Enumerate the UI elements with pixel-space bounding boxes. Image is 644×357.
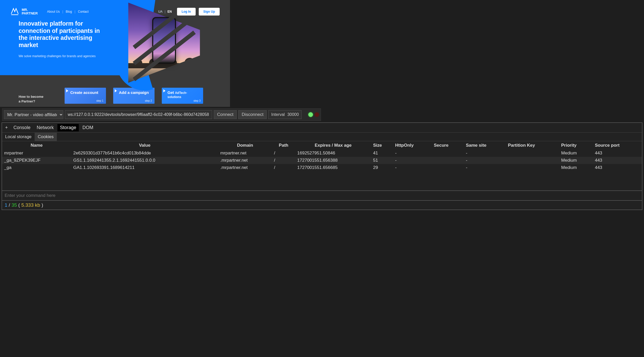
col-samesite[interactable]: Same site — [464, 141, 506, 150]
nav-sep: | — [74, 10, 75, 13]
auth-buttons: Log In Sign Up — [177, 8, 220, 16]
interval-box: Interval 30000 — [268, 110, 302, 119]
hero-subline: We solve marketing challenges for brands… — [19, 54, 104, 58]
nav-links: About Us | Blog | Contact — [47, 10, 89, 13]
step-number: step 1 — [70, 99, 103, 102]
cell-name: _ga — [2, 164, 71, 171]
step-number: step 2 — [119, 99, 152, 102]
tab-storage[interactable]: Storage — [57, 124, 79, 131]
lang-switch: UA | EN — [158, 10, 172, 13]
ws-url-input[interactable] — [65, 110, 212, 119]
logo-icon — [10, 7, 19, 16]
status-current: 1 — [5, 202, 7, 208]
cell-httponly: - — [393, 164, 432, 171]
tab-dom[interactable]: DOM — [80, 124, 96, 131]
col-domain[interactable]: Domain — [218, 141, 272, 150]
col-expires[interactable]: Expires / Max age — [295, 141, 371, 150]
cell-expires: 1727001551.656388 — [295, 157, 371, 164]
col-name[interactable]: Name — [2, 141, 71, 150]
devtools: Mr. Partner - video affiliate n Connect … — [0, 108, 644, 210]
lang-ua[interactable]: UA — [158, 10, 163, 13]
nav-sep: | — [62, 10, 63, 13]
cell-name: mrpartner — [2, 150, 71, 157]
login-button[interactable]: Log In — [177, 8, 196, 16]
cell-name: _ga_9ZPEK39EJF — [2, 157, 71, 164]
status-size: 5.333 kb — [21, 202, 40, 208]
cell-partition — [506, 150, 559, 157]
step-title: Add a campaign — [119, 90, 152, 95]
table-row[interactable]: mrpartner2e6293301d377b541b6c4cd013b84dd… — [2, 150, 642, 157]
subtab-local-storage[interactable]: Local storage — [2, 133, 35, 141]
cell-domain: .mrpartner.net — [218, 157, 272, 164]
col-priority[interactable]: Priority — [559, 141, 593, 150]
steps-label-l2: a Partner? — [19, 99, 57, 104]
play-icon — [66, 89, 68, 92]
cell-priority: Medium — [559, 164, 593, 171]
cell-domain: .mrpartner.net — [218, 164, 272, 171]
add-tab[interactable]: + — [3, 125, 10, 130]
site-header: MR. PARTNER About Us | Blog | Contact UA… — [0, 0, 230, 16]
cell-secure — [432, 157, 464, 164]
cell-expires: 1692527951.50846 — [295, 150, 371, 157]
lang-sep: | — [165, 10, 165, 13]
col-value[interactable]: Value — [71, 141, 218, 150]
command-input[interactable] — [2, 190, 642, 201]
logo-line1: MR. — [22, 8, 38, 12]
signup-button[interactable]: Sign Up — [199, 8, 220, 16]
col-path[interactable]: Path — [272, 141, 295, 150]
nav-about[interactable]: About Us — [47, 10, 60, 13]
step-card-1[interactable]: Create account step 1 — [65, 88, 106, 104]
cell-value: GA1.1.102693391.1689614211 — [71, 164, 218, 171]
panel: + Console Network Storage DOM Local stor… — [2, 122, 642, 210]
table-row[interactable]: _ga_9ZPEK39EJFGS1.1.1692441355.2.1.16924… — [2, 157, 642, 164]
cookies-table-wrap[interactable]: Name Value Domain Path Expires / Max age… — [2, 141, 642, 190]
steps-label: How to become a Partner? — [19, 94, 57, 104]
cell-port: 443 — [593, 157, 642, 164]
status-total: 35 — [11, 202, 17, 208]
target-select[interactable]: Mr. Partner - video affiliate n — [4, 110, 63, 119]
cell-secure — [432, 150, 464, 157]
hero-headline: Innovative platform for connection of pa… — [19, 20, 104, 49]
subtab-cookies[interactable]: Cookies — [35, 133, 57, 141]
cell-value: GS1.1.1692441355.2.1.1692441551.0.0.0 — [71, 157, 218, 164]
cell-path: / — [272, 157, 295, 164]
col-partition[interactable]: Partition Key — [506, 141, 559, 150]
disconnect-button[interactable]: Disconnect — [238, 110, 267, 119]
hero-text: Innovative platform for connection of pa… — [19, 20, 104, 58]
col-port[interactable]: Source port — [593, 141, 642, 150]
status-open: ( — [18, 202, 20, 208]
play-icon — [115, 89, 117, 92]
cell-expires: 1727001551.656685 — [295, 164, 371, 171]
steps-label-l1: How to become — [19, 94, 57, 99]
cell-samesite: - — [464, 164, 506, 171]
connect-button[interactable]: Connect — [214, 110, 237, 119]
cell-partition — [506, 157, 559, 164]
cell-path: / — [272, 164, 295, 171]
table-header-row: Name Value Domain Path Expires / Max age… — [2, 141, 642, 150]
logo[interactable]: MR. PARTNER — [10, 7, 38, 16]
col-size[interactable]: Size — [371, 141, 393, 150]
cell-httponly: - — [393, 157, 432, 164]
col-secure[interactable]: Secure — [432, 141, 464, 150]
step-card-3[interactable]: Get AdTech-solutions step 3 — [162, 88, 203, 104]
cell-samesite: - — [464, 150, 506, 157]
connection-bar: Mr. Partner - video affiliate n Connect … — [2, 108, 321, 121]
cell-size: 51 — [371, 157, 393, 164]
logo-line2: PARTNER — [22, 12, 38, 15]
table-row[interactable]: _gaGA1.1.102693391.1689614211.mrpartner.… — [2, 164, 642, 171]
storage-subtabs: Local storage Cookies — [2, 133, 642, 141]
cell-value: 2e6293301d377b541b6c4cd013b84dde — [71, 150, 218, 157]
col-httponly[interactable]: HttpOnly — [393, 141, 432, 150]
nav-contact[interactable]: Contact — [78, 10, 89, 13]
cell-partition — [506, 164, 559, 171]
lang-en[interactable]: EN — [167, 10, 172, 13]
status-slash: / — [9, 202, 12, 208]
step-title: Create account — [70, 90, 103, 95]
cell-priority: Medium — [559, 150, 593, 157]
tab-console[interactable]: Console — [11, 124, 33, 131]
nav-blog[interactable]: Blog — [66, 10, 72, 13]
cell-secure — [432, 164, 464, 171]
status-close: ) — [42, 202, 43, 208]
status-dot-green — [308, 112, 313, 117]
tab-network[interactable]: Network — [34, 124, 56, 131]
